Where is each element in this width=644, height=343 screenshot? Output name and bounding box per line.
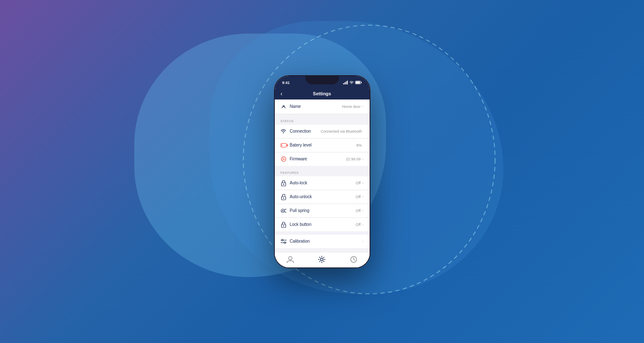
auto-unlock-value: Off (356, 195, 361, 199)
battery-label: Batery level (290, 143, 357, 147)
svg-line-14 (284, 209, 286, 210)
name-row[interactable]: Name Home door › (275, 99, 370, 114)
connection-label: Connection (290, 129, 321, 134)
lock-button-row[interactable]: Lock button Off › (275, 218, 370, 231)
pull-spring-icon (281, 208, 287, 214)
nav-header: ‹ Settings (275, 88, 370, 99)
status-group: Connection Connected via Bluetooth (275, 125, 370, 166)
svg-rect-3 (356, 81, 360, 84)
name-chevron: › (362, 105, 364, 109)
phone-notch (305, 75, 339, 84)
lock-button-value: Off (356, 223, 361, 227)
svg-rect-2 (361, 82, 362, 83)
lock-button-label: Lock button (290, 222, 356, 227)
page-title: Settings (313, 91, 331, 96)
connection-row[interactable]: Connection Connected via Bluetooth (275, 125, 370, 139)
back-button[interactable]: ‹ (281, 90, 283, 97)
lock-button-icon (281, 222, 287, 228)
auto-lock-icon (281, 180, 287, 186)
auto-lock-value: Off (356, 181, 361, 185)
battery-status-icon (355, 81, 362, 84)
svg-point-19 (282, 239, 283, 241)
svg-point-17 (283, 225, 284, 226)
pull-spring-label: Pull spring (290, 208, 356, 213)
battery-value: 8% (356, 143, 362, 147)
svg-point-11 (283, 197, 284, 198)
firmware-chevron: › (362, 157, 364, 161)
connection-value: Connected via Bluetooth (321, 129, 362, 134)
person-icon (287, 256, 294, 263)
tab-settings[interactable] (318, 256, 326, 263)
name-value: Home door (342, 105, 361, 109)
tab-bar (275, 252, 370, 267)
tab-person[interactable] (287, 256, 294, 263)
battery-icon-wrap (281, 142, 287, 148)
svg-point-23 (321, 258, 323, 261)
features-group: Auto-lock Off › Auto-un (275, 176, 370, 231)
lock-button-chevron: › (362, 223, 364, 227)
connection-icon (281, 128, 287, 134)
name-icon (281, 104, 287, 110)
clock-icon (350, 256, 357, 263)
calibration-chevron: › (362, 239, 364, 244)
battery-row[interactable]: Batery level 8% (275, 139, 370, 152)
firmware-row[interactable]: Firmware 22.99.09 › (275, 152, 370, 166)
pull-spring-chevron: › (362, 209, 364, 213)
features-section-header: FEATURES (275, 169, 370, 176)
firmware-label: Firmware (290, 157, 346, 161)
calibration-icon (281, 238, 287, 244)
svg-point-13 (282, 210, 283, 211)
svg-point-21 (284, 242, 286, 244)
auto-unlock-label: Auto-unlock (290, 194, 356, 199)
phone-screen: 9:41 (275, 76, 370, 267)
auto-unlock-row[interactable]: Auto-unlock Off › (275, 190, 370, 204)
auto-lock-chevron: › (362, 181, 364, 185)
pull-spring-row[interactable]: Pull spring Off › (275, 204, 370, 218)
svg-line-15 (284, 212, 286, 212)
svg-point-7 (284, 159, 285, 160)
status-time: 9:41 (282, 81, 290, 85)
auto-lock-label: Auto-lock (290, 181, 356, 185)
phone-frame: 9:41 (274, 75, 370, 268)
calibration-label: Calibration (290, 239, 362, 244)
tab-history[interactable] (350, 256, 357, 263)
phone-mockup: 9:41 (274, 75, 370, 268)
firmware-value: 22.99.09 (346, 157, 360, 161)
status-section-header: STATUS (275, 118, 370, 125)
pull-spring-value: Off (356, 209, 361, 213)
svg-point-5 (283, 132, 284, 133)
auto-unlock-icon (281, 194, 287, 200)
calibration-row[interactable]: Calibration › (275, 235, 370, 248)
wifi-icon (349, 81, 354, 84)
signal-icon (343, 81, 348, 84)
gear-icon (318, 256, 326, 263)
auto-unlock-chevron: › (362, 195, 364, 199)
name-label: Name (290, 104, 342, 109)
auto-lock-row[interactable]: Auto-lock Off › (275, 176, 370, 190)
svg-point-4 (283, 105, 284, 107)
svg-point-22 (289, 257, 292, 260)
settings-content: Name Home door › STATUS (275, 99, 370, 252)
firmware-icon (281, 156, 287, 162)
status-icons (343, 81, 362, 84)
svg-point-9 (283, 183, 284, 184)
